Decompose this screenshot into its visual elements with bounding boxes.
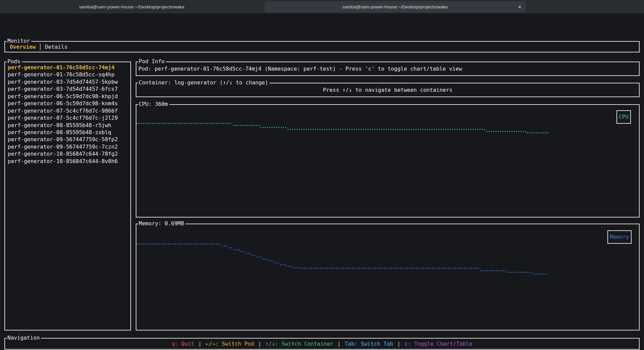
nav-hint: Tab: Switch Tab <box>345 341 393 347</box>
memory-legend: Memory <box>607 230 632 244</box>
nav-hint: ↑/↓: Switch Container <box>265 341 333 347</box>
monitor-tabs: Overview │ Details <box>5 42 639 52</box>
pod-list-item[interactable]: perf-generator-09-567447759c-58fp2 <box>5 136 130 143</box>
terminal-tab[interactable]: samba@sam-power-house:~/Desktop/projects… <box>264 1 526 12</box>
pod-list: perf-generator-01-76c58d5cc-74mj4perf-ge… <box>5 62 130 165</box>
terminal-screen: Monitor Overview │ Details Pods perf-gen… <box>0 13 644 350</box>
pod-list-item[interactable]: perf-generator-08-85595b48-zxblq <box>5 129 130 136</box>
container-box: Container: log-generator (↑/↓ to change)… <box>136 83 640 97</box>
pod-info-box: Pod Info Pod: perf-generator-01-76c58d5c… <box>136 62 640 76</box>
pod-list-item[interactable]: perf-generator-06-5c59d7dc98-knm4s <box>5 100 130 107</box>
window-title: samba@sam-power-house:~/Desktop/projects… <box>0 0 263 13</box>
pod-info-box-title: Pod Info <box>138 59 166 65</box>
pods-box-title: Pods <box>7 59 22 65</box>
nav-hint: ←/→: Switch Pod <box>206 341 254 347</box>
container-box-title: Container: log-generator (↑/↓ to change) <box>138 80 269 86</box>
pod-list-item[interactable]: perf-generator-08-85595b48-r5jwh <box>5 122 130 129</box>
pod-list-item[interactable]: perf-generator-03-7d54d74457-6fcs7 <box>5 85 130 92</box>
navigation-box: Navigation q: Quit|←/→: Switch Pod|↑/↓: … <box>4 338 640 350</box>
nav-separator: | <box>397 341 400 347</box>
nav-separator: | <box>258 341 261 347</box>
nav-hint: q: Quit <box>172 341 194 347</box>
cpu-legend: CPU <box>616 110 631 124</box>
navigation-box-title: Navigation <box>7 335 41 341</box>
window-titlebar: samba@sam-power-house:~/Desktop/projects… <box>0 0 644 13</box>
tab-details[interactable]: Details <box>45 44 68 50</box>
memory-chart <box>136 224 639 330</box>
memory-box: Memory: 0.69MB Memory <box>136 224 640 330</box>
pods-box: Pods perf-generator-01-76c58d5cc-74mj4pe… <box>4 62 131 330</box>
terminal-tab-title: samba@sam-power-house:~/Desktop/projects… <box>342 4 447 9</box>
pod-list-item[interactable]: perf-generator-06-5c59d7dc98-khpjd <box>5 93 130 100</box>
pod-info-line: Pod: perf-generator-01-76c58d5cc-74mj4 (… <box>136 62 639 72</box>
tab-overview[interactable]: Overview <box>10 44 36 50</box>
pod-list-item[interactable]: perf-generator-03-7d54d74457-5kpbw <box>5 78 130 85</box>
pod-list-item[interactable]: perf-generator-01-76c58d5cc-74mj4 <box>5 64 130 71</box>
nav-hint: c: Toggle Chart/Table <box>404 341 472 347</box>
pod-list-item[interactable]: perf-generator-10-856847c644-8v8h6 <box>5 158 130 165</box>
pod-list-item[interactable]: perf-generator-09-567447759c-7czn2 <box>5 143 130 150</box>
pod-list-item[interactable]: perf-generator-07-5c4cf76d7c-9866f <box>5 107 130 114</box>
cpu-chart <box>136 105 639 217</box>
nav-hints: q: Quit|←/→: Switch Pod|↑/↓: Switch Cont… <box>5 339 639 349</box>
pod-list-item[interactable]: perf-generator-10-856847c644-78fg2 <box>5 150 130 157</box>
cpu-box: CPU: 360m CPU <box>136 104 640 218</box>
pod-list-item[interactable]: perf-generator-01-76c58d5cc-sq4hp <box>5 71 130 78</box>
monitor-box-title: Monitor <box>7 38 31 44</box>
monitor-box: Monitor Overview │ Details <box>4 41 640 52</box>
pod-list-item[interactable]: perf-generator-07-5c4cf76d7c-j2l29 <box>5 114 130 121</box>
tab-separator: │ <box>39 44 42 50</box>
close-icon[interactable]: ✕ <box>518 1 521 12</box>
nav-separator: | <box>198 341 202 347</box>
nav-separator: | <box>337 341 341 347</box>
